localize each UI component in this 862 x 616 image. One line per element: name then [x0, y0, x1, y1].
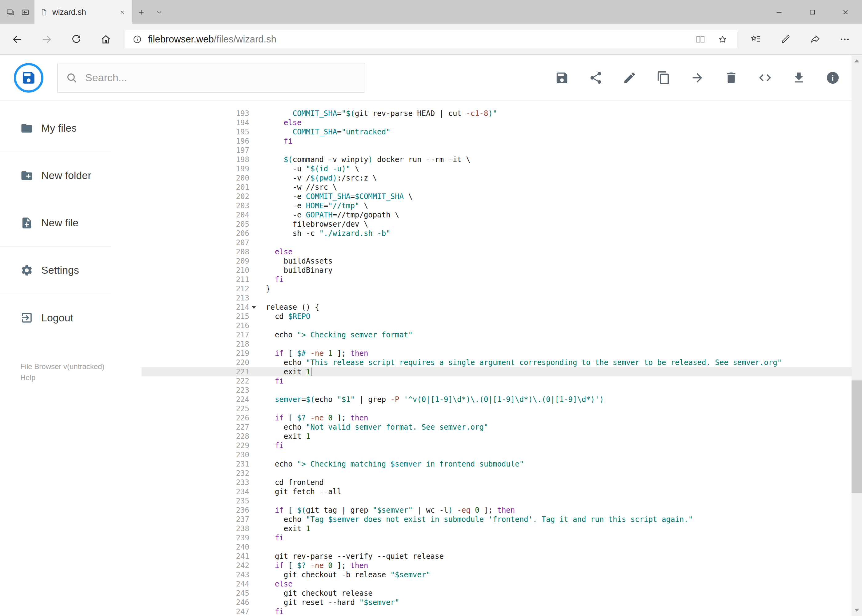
code-line[interactable]: 211 fi [142, 275, 862, 284]
code-line[interactable]: 202 -e COMMIT_SHA=$COMMIT_SHA \ [142, 192, 862, 201]
code-line[interactable]: 224 semver=$(echo "$1" | grep -P '^v(0|[… [142, 395, 862, 404]
sidebar-item-new-file[interactable]: New file [0, 199, 111, 247]
sidebar-item-new-folder[interactable]: New folder [0, 152, 111, 199]
code-line[interactable]: 217 echo "> Checking semver format" [142, 330, 862, 339]
back-button[interactable] [2, 27, 32, 52]
tab-close-button[interactable] [118, 0, 127, 24]
code-line[interactable]: 207 [142, 238, 862, 247]
code-line[interactable]: 242 if [ $? -ne 0 ]; then [142, 561, 862, 570]
code-line[interactable]: 234 git fetch --all [142, 487, 862, 497]
code-line[interactable]: 233 cd frontend [142, 478, 862, 487]
search-input[interactable] [85, 71, 357, 84]
code-line[interactable]: 204 -e GOPATH=//tmp/gopath \ [142, 211, 862, 220]
code-line[interactable]: 208 else [142, 247, 862, 256]
maximize-button[interactable] [796, 0, 829, 24]
code-line[interactable]: 236 if [ $(git tag | grep "$semver" | wc… [142, 506, 862, 515]
code-line[interactable]: 216 [142, 321, 862, 330]
code-line[interactable]: 194 else [142, 118, 862, 127]
code-line[interactable]: 231 echo "> Checking matching $semver in… [142, 459, 862, 469]
tab-preview-toggle-button[interactable] [150, 0, 168, 24]
code-line[interactable]: 228 exit 1 [142, 432, 862, 441]
code-line[interactable]: 239 fi [142, 533, 862, 542]
code-line[interactable]: 238 exit 1 [142, 524, 862, 533]
code-line[interactable]: 196 fi [142, 137, 862, 146]
code-line[interactable]: 246 git reset --hard "$semver" [142, 598, 862, 607]
code-line[interactable]: 205 filebrowser/dev \ [142, 220, 862, 229]
close-button[interactable] [829, 0, 862, 24]
page-info-button[interactable] [128, 30, 146, 49]
code-line[interactable]: 200 -v /$(pwd):/src:z \ [142, 173, 862, 183]
code-line[interactable]: 218 [142, 339, 862, 349]
minimize-button[interactable] [762, 0, 796, 24]
code-line[interactable]: 244 else [142, 580, 862, 589]
sidebar-item-logout[interactable]: Logout [0, 294, 111, 341]
sidebar-item-my-files[interactable]: My files [0, 105, 111, 152]
copy-button[interactable] [656, 71, 671, 85]
scrollbar-down-button[interactable] [851, 604, 862, 616]
search-box[interactable] [57, 63, 365, 93]
hub-button[interactable] [741, 27, 771, 52]
code-line[interactable]: 198 $(command -v winpty) docker run --rm… [142, 155, 862, 164]
code-line[interactable]: 201 -w //src \ [142, 183, 862, 192]
more-button[interactable] [830, 27, 860, 52]
code-line[interactable]: 193 COMMIT_SHA="$(git rev-parse HEAD | c… [142, 109, 862, 118]
code-line[interactable]: 227 echo "Not valid semver format. See s… [142, 423, 862, 432]
code-line[interactable]: 223 [142, 386, 862, 395]
reading-view-button[interactable] [689, 30, 712, 48]
annotate-button[interactable] [771, 27, 801, 52]
set-tabs-aside-button[interactable] [18, 0, 33, 24]
edit-button[interactable] [622, 71, 637, 85]
code-line[interactable]: 225 [142, 404, 862, 413]
share-page-button[interactable] [801, 27, 830, 52]
code-line[interactable]: 230 [142, 450, 862, 459]
page-scrollbar[interactable] [851, 55, 862, 616]
share-button[interactable] [589, 71, 603, 85]
code-line[interactable]: 199 -u "$(id -u)" \ [142, 164, 862, 173]
tabs-preview-button[interactable] [3, 0, 18, 24]
code-line[interactable]: 214release () { [142, 303, 862, 312]
scrollbar-thumb[interactable] [851, 380, 862, 493]
code-line[interactable]: 206 sh -c "./wizard.sh -b" [142, 229, 862, 238]
code-line[interactable]: 215 cd $REPO [142, 312, 862, 321]
code-line[interactable]: 226 if [ $? -ne 0 ]; then [142, 413, 862, 423]
code-line[interactable]: 220 echo "This release script requires a… [142, 358, 862, 367]
delete-button[interactable] [724, 71, 738, 85]
download-button[interactable] [792, 71, 806, 85]
help-link[interactable]: Help [20, 372, 142, 383]
code-line[interactable]: 247 fi [142, 607, 862, 616]
star-button[interactable] [712, 30, 734, 48]
code-line[interactable]: 241 git rev-parse --verify --quiet relea… [142, 552, 862, 561]
code-line[interactable]: 209 buildAssets [142, 256, 862, 266]
home-button[interactable] [91, 27, 121, 52]
code-line[interactable]: 235 [142, 497, 862, 506]
move-button[interactable] [690, 71, 704, 85]
app-logo[interactable] [14, 63, 43, 93]
code-line[interactable]: 232 [142, 469, 862, 478]
code-line[interactable]: 222 fi [142, 376, 862, 386]
code-line[interactable]: 219 if [ $# -ne 1 ]; then [142, 349, 862, 358]
browser-tab[interactable]: wizard.sh [35, 0, 132, 24]
fold-marker-slot[interactable] [249, 303, 258, 312]
new-tab-button[interactable] [132, 0, 150, 24]
code-line[interactable]: 245 git checkout release [142, 589, 862, 598]
code-button[interactable] [758, 71, 772, 85]
code-line[interactable]: 210 buildBinary [142, 266, 862, 275]
code-line[interactable]: 243 git checkout -b release "$semver" [142, 570, 862, 580]
code-line[interactable]: 221 exit 1 [142, 367, 862, 376]
code-line[interactable]: 240 [142, 542, 862, 552]
code-line[interactable]: 212} [142, 284, 862, 293]
code-line[interactable]: 203 -e HOME="//tmp" \ [142, 201, 862, 211]
save-button[interactable] [555, 71, 569, 85]
code-line[interactable]: 197 [142, 146, 862, 155]
sidebar-item-settings[interactable]: Settings [0, 247, 111, 294]
refresh-button[interactable] [61, 27, 91, 52]
address-bar[interactable]: filebrowser.web/files/wizard.sh [125, 30, 737, 49]
forward-button[interactable] [32, 27, 61, 52]
code-line[interactable]: 237 echo "Tag $semver does not exist in … [142, 515, 862, 524]
code-line[interactable]: 213 [142, 293, 862, 303]
code-line[interactable]: 195 COMMIT_SHA="untracked" [142, 127, 862, 137]
scrollbar-up-button[interactable] [851, 55, 862, 67]
code-editor[interactable]: 193 COMMIT_SHA="$(git rev-parse HEAD | c… [142, 101, 862, 616]
info-button[interactable] [826, 71, 840, 85]
code-line[interactable]: 229 fi [142, 441, 862, 450]
